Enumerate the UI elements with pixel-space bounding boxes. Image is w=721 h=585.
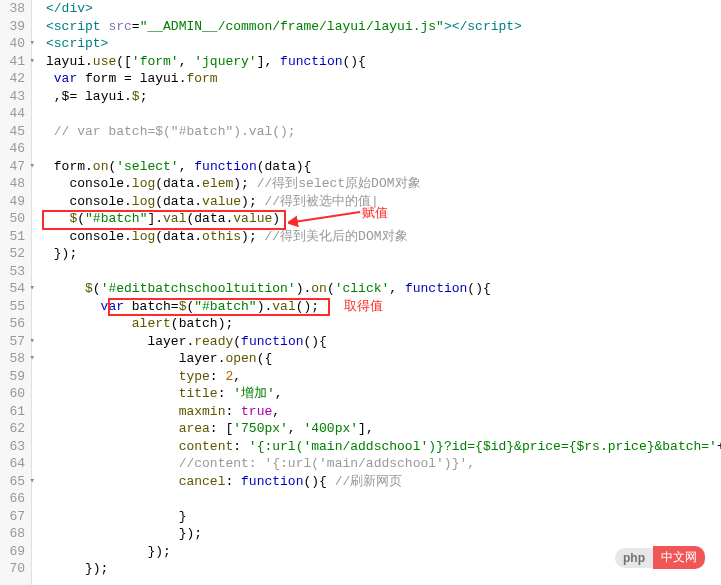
line-number: 66 (0, 490, 25, 508)
code-line[interactable]: layer.open({ (46, 350, 721, 368)
code-line[interactable] (46, 490, 721, 508)
line-number: 42 (0, 70, 25, 88)
code-line[interactable]: }); (46, 525, 721, 543)
annotation-label-get: 取得值 (344, 297, 383, 315)
line-number: 60 (0, 385, 25, 403)
code-line[interactable]: } (46, 508, 721, 526)
line-number: 67 (0, 508, 25, 526)
line-number: 55 (0, 298, 25, 316)
code-line[interactable]: form.on('select', function(data){ (46, 158, 721, 176)
code-line[interactable] (46, 105, 721, 123)
code-line[interactable]: area: ['750px', '400px'], (46, 420, 721, 438)
code-line[interactable]: <script> (46, 35, 721, 53)
watermark-right: 中文网 (653, 546, 705, 569)
line-number: 59 (0, 368, 25, 386)
line-number: 52 (0, 245, 25, 263)
line-number: 41 (0, 53, 25, 71)
code-line[interactable]: ,$= layui.$; (46, 88, 721, 106)
line-number: 47 (0, 158, 25, 176)
code-line[interactable]: }); (46, 245, 721, 263)
code-line[interactable]: alert(batch); (46, 315, 721, 333)
line-number: 61 (0, 403, 25, 421)
line-number: 53 (0, 263, 25, 281)
code-line[interactable]: //content: '{:url('main/addschool')}', (46, 455, 721, 473)
line-number: 69 (0, 543, 25, 561)
line-number: 44 (0, 105, 25, 123)
code-line[interactable]: maxmin: true, (46, 403, 721, 421)
code-line[interactable]: var form = layui.form (46, 70, 721, 88)
line-number: 56 (0, 315, 25, 333)
line-number: 43 (0, 88, 25, 106)
line-number: 68 (0, 525, 25, 543)
line-number: 70 (0, 560, 25, 578)
line-number: 49 (0, 193, 25, 211)
code-line[interactable]: title: '增加', (46, 385, 721, 403)
line-number: 64 (0, 455, 25, 473)
code-line[interactable]: </div> (46, 0, 721, 18)
code-line[interactable]: $('#editbatchschooltuition').on('click',… (46, 280, 721, 298)
code-line[interactable]: var batch=$("#batch").val(); (46, 298, 721, 316)
line-number: 38 (0, 0, 25, 18)
line-number: 54 (0, 280, 25, 298)
annotation-label-assign: 赋值 (362, 204, 388, 222)
line-number: 39 (0, 18, 25, 36)
line-number: 65 (0, 473, 25, 491)
line-number: 57 (0, 333, 25, 351)
code-line[interactable]: layer.ready(function(){ (46, 333, 721, 351)
code-line[interactable]: cancel: function(){ //刷新网页 (46, 473, 721, 491)
code-line[interactable]: layui.use(['form', 'jquery'], function()… (46, 53, 721, 71)
line-number: 62 (0, 420, 25, 438)
line-number: 45 (0, 123, 25, 141)
code-line[interactable]: console.log(data.othis); //得到美化后的DOM对象 (46, 228, 721, 246)
code-area[interactable]: </div><script src="__ADMIN__/common/fram… (32, 0, 721, 585)
watermark: php 中文网 (615, 546, 705, 569)
code-line[interactable]: // var batch=$("#batch").val(); (46, 123, 721, 141)
code-line[interactable] (46, 140, 721, 158)
line-number: 58 (0, 350, 25, 368)
code-line[interactable] (46, 263, 721, 281)
line-number: 48 (0, 175, 25, 193)
line-number: 51 (0, 228, 25, 246)
line-number-gutter: 3839404142434445464748495051525354555657… (0, 0, 32, 585)
code-line[interactable]: type: 2, (46, 368, 721, 386)
code-line[interactable]: <script src="__ADMIN__/common/frame/layu… (46, 18, 721, 36)
line-number: 50 (0, 210, 25, 228)
line-number: 46 (0, 140, 25, 158)
line-number: 63 (0, 438, 25, 456)
code-line[interactable]: content: '{:url('main/addschool')}?id={$… (46, 438, 721, 456)
code-line[interactable]: console.log(data.elem); //得到select原始DOM对… (46, 175, 721, 193)
code-editor[interactable]: 3839404142434445464748495051525354555657… (0, 0, 721, 585)
watermark-left: php (615, 548, 653, 568)
line-number: 40 (0, 35, 25, 53)
